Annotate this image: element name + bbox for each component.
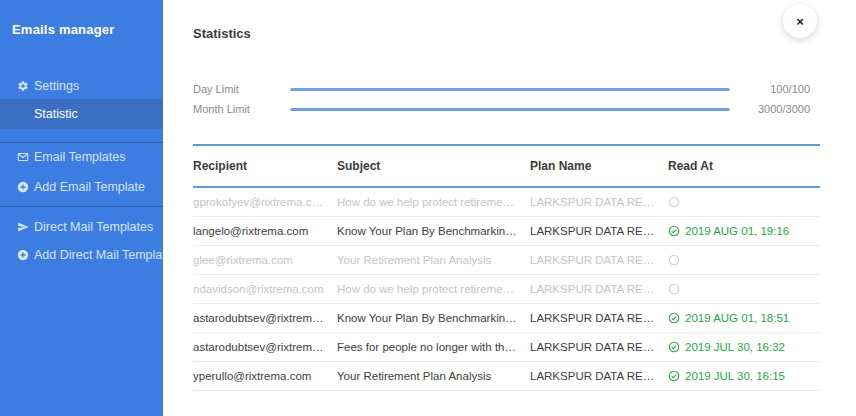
table-row: glee@rixtrema.comYour Retirement Plan An… <box>193 246 820 275</box>
recipient-cell: astarodubtsev@rixtrema.com <box>193 341 337 353</box>
check-circle-icon <box>668 225 680 237</box>
read-at-cell: 2019 JUL 30, 16:15 <box>668 370 820 382</box>
month-limit-progress-bar <box>290 108 730 111</box>
check-circle-icon <box>668 341 680 353</box>
plan-name-cell: LARKSPUR DATA RESOURCES I... <box>530 254 668 266</box>
table-row: yperullo@rixtrema.comYour Retirement Pla… <box>193 362 820 391</box>
sidebar-item-label: Add Email Template <box>34 180 145 194</box>
month-limit-label: Month Limit <box>193 103 290 115</box>
subject-cell: How do we help protect retirement pl... <box>337 283 530 295</box>
recipient-cell: ndavidson@rixtrema.com <box>193 283 337 295</box>
subject-cell: Your Retirement Plan Analysis <box>337 370 530 382</box>
table-row: gprokofyev@rixtrema.comHow do we help pr… <box>193 188 820 217</box>
sidebar-item-email-templates[interactable]: Email Templates <box>0 143 163 171</box>
month-limit-progress-fill <box>290 108 730 111</box>
envelope-icon <box>17 151 29 163</box>
sidebar-item-settings[interactable]: Settings <box>0 73 163 99</box>
recipient-cell: glee@rixtrema.com <box>193 254 337 266</box>
recipient-cell: gprokofyev@rixtrema.com <box>193 196 337 208</box>
unread-circle-icon <box>668 196 680 208</box>
read-at-cell <box>668 283 820 295</box>
sidebar-item-label: Add Direct Mail Template <box>34 248 173 262</box>
unread-circle-icon <box>668 254 680 266</box>
read-at-timestamp: 2019 AUG 01, 18:51 <box>685 312 789 324</box>
read-at-cell: 2019 AUG 01, 19:16 <box>668 225 820 237</box>
plan-name-cell: LARKSPUR DATA RESOURCES I... <box>530 370 668 382</box>
plus-circle-icon <box>17 181 29 193</box>
day-limit-label: Day Limit <box>193 83 290 95</box>
column-header-recipient: Recipient <box>193 159 337 173</box>
subject-cell: Fees for people no longer with the plan <box>337 341 530 353</box>
sidebar-item-label: Statistic <box>34 107 78 121</box>
read-at-timestamp: 2019 JUL 30, 16:15 <box>685 370 785 382</box>
close-button[interactable]: × <box>783 4 817 38</box>
gear-icon <box>17 80 29 92</box>
plan-name-cell: LARKSPUR DATA RESOURCES I... <box>530 312 668 324</box>
table-row: astarodubtsev@rixtrema.comKnow Your Plan… <box>193 304 820 333</box>
check-circle-icon <box>668 312 680 324</box>
sidebar-item-label: Direct Mail Templates <box>34 220 153 234</box>
sidebar: Emails manager Settings Statistic Email … <box>0 0 163 416</box>
column-header-plan-name: Plan Name <box>530 159 668 173</box>
recipient-cell: yperullo@rixtrema.com <box>193 370 337 382</box>
subject-cell: Your Retirement Plan Analysis <box>337 254 530 266</box>
read-at-cell <box>668 196 820 208</box>
sidebar-item-label: Email Templates <box>34 150 125 164</box>
check-circle-icon <box>668 370 680 382</box>
column-header-subject: Subject <box>337 159 530 173</box>
table-row: langelo@rixtrema.comKnow Your Plan By Be… <box>193 217 820 246</box>
subject-cell: How do we help protect retirement pl... <box>337 196 530 208</box>
close-icon: × <box>796 14 804 29</box>
day-limit-progress-bar <box>290 88 730 91</box>
plan-name-cell: LARKSPUR DATA RESOURCES I... <box>530 225 668 237</box>
sidebar-item-add-direct-mail-template[interactable]: Add Direct Mail Template <box>0 241 163 269</box>
read-at-cell: 2019 JUL 30, 16:32 <box>668 341 820 353</box>
day-limit-value: 100/100 <box>730 83 820 95</box>
read-at-timestamp: 2019 JUL 30, 16:32 <box>685 341 785 353</box>
column-header-read-at: Read At <box>668 159 820 173</box>
read-at-timestamp: 2019 AUG 01, 19:16 <box>685 225 789 237</box>
table-header-row: Recipient Subject Plan Name Read At <box>193 146 820 188</box>
paper-plane-icon <box>17 221 29 233</box>
sidebar-item-direct-mail-templates[interactable]: Direct Mail Templates <box>0 213 163 241</box>
limits-section: Day Limit 100/100 Month Limit 3000/3000 <box>193 79 820 119</box>
plan-name-cell: LARKSPUR DATA RESOURCES I... <box>530 283 668 295</box>
plus-circle-icon <box>17 249 29 261</box>
table-row: astarodubtsev@rixtrema.comFees for peopl… <box>193 333 820 362</box>
table-row: ndavidson@rixtrema.comHow do we help pro… <box>193 275 820 304</box>
subject-cell: Know Your Plan By Benchmarking It <box>337 312 530 324</box>
day-limit-progress-fill <box>290 88 730 91</box>
plan-name-cell: LARKSPUR DATA RESOURCES I... <box>530 341 668 353</box>
month-limit-row: Month Limit 3000/3000 <box>193 99 820 119</box>
read-at-cell <box>668 254 820 266</box>
table-body: gprokofyev@rixtrema.comHow do we help pr… <box>193 188 820 391</box>
sidebar-item-add-email-template[interactable]: Add Email Template <box>0 173 163 201</box>
sidebar-item-label: Settings <box>34 79 79 93</box>
subject-cell: Know Your Plan By Benchmarking It <box>337 225 530 237</box>
app-title: Emails manager <box>0 0 163 37</box>
recipient-cell: langelo@rixtrema.com <box>193 225 337 237</box>
sidebar-divider <box>0 206 163 207</box>
plan-name-cell: LARKSPUR DATA RESOURCES I... <box>530 196 668 208</box>
read-at-cell: 2019 AUG 01, 18:51 <box>668 312 820 324</box>
emails-table: Recipient Subject Plan Name Read At gpro… <box>193 144 820 391</box>
unread-circle-icon <box>668 283 680 295</box>
month-limit-value: 3000/3000 <box>730 103 820 115</box>
statistics-panel: Statistics Day Limit 100/100 Month Limit… <box>163 0 856 416</box>
day-limit-row: Day Limit 100/100 <box>193 79 820 99</box>
page-title: Statistics <box>193 26 820 41</box>
sidebar-item-statistic[interactable]: Statistic <box>0 99 163 129</box>
recipient-cell: astarodubtsev@rixtrema.com <box>193 312 337 324</box>
